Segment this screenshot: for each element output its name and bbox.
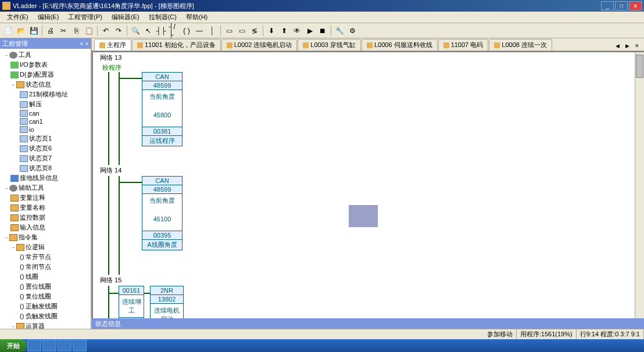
tree-item[interactable]: 解压 bbox=[1, 99, 90, 109]
tab-2[interactable]: L0002 连续电机启动 bbox=[221, 39, 298, 51]
tree-item[interactable]: () 常开节点 bbox=[1, 252, 90, 262]
taskbar-item[interactable] bbox=[58, 340, 71, 351]
tree-item[interactable]: () 复位线圈 bbox=[1, 292, 90, 301]
save-icon[interactable]: 💾 bbox=[28, 25, 40, 37]
tree-item[interactable]: 状态页1 bbox=[1, 134, 90, 143]
selection-box[interactable] bbox=[349, 205, 378, 227]
download-icon[interactable]: ⬇ bbox=[266, 25, 277, 37]
taskbar-item[interactable] bbox=[27, 340, 41, 351]
tree-item[interactable]: 变量注释 bbox=[1, 193, 90, 203]
tree-item[interactable]: 变量名称 bbox=[1, 203, 90, 213]
tree-item[interactable]: io bbox=[1, 125, 90, 134]
tree-io-table[interactable]: I/O参数表 bbox=[1, 60, 90, 70]
compare-icon[interactable]: ≶ bbox=[249, 25, 260, 37]
new-icon[interactable]: 📄 bbox=[2, 25, 14, 37]
tree-item[interactable]: 状态页7 bbox=[1, 153, 90, 163]
tab-main[interactable]: 主程序 bbox=[94, 39, 131, 51]
network-14-body[interactable]: CAN 48599 当前角度 45100 00395 A线圈角度 bbox=[93, 176, 644, 275]
start-button[interactable]: 开始 bbox=[0, 339, 27, 352]
tree-item[interactable]: () 常闭节点 bbox=[1, 262, 90, 272]
tree-item[interactable]: () 置位线圈 bbox=[1, 282, 90, 292]
cut-icon[interactable]: ✂ bbox=[58, 25, 69, 37]
ladder-block[interactable]: CAN 48599 当前角度 45100 00395 A线圈角度 bbox=[142, 176, 183, 250]
coil-icon[interactable]: ( ) bbox=[181, 25, 192, 37]
maximize-button[interactable]: □ bbox=[615, 1, 628, 10]
tab-prev-icon[interactable]: ◀ bbox=[613, 41, 622, 51]
contact-no-icon[interactable]: ┤├ bbox=[155, 25, 167, 37]
project-tree[interactable]: −工具 I/O参数表 D(参)配置器 −状态信息 21制模移地址 解压 can … bbox=[0, 49, 91, 329]
tree-item[interactable]: can1 bbox=[1, 117, 90, 125]
tab-icon bbox=[494, 42, 500, 48]
ladder-contact[interactable]: 00161 连续增工 00162 bbox=[119, 286, 144, 318]
menu-project[interactable]: 工程管理(P) bbox=[63, 12, 107, 23]
tree-bitlogic[interactable]: −位逻辑 bbox=[1, 242, 90, 252]
tree-item[interactable]: () 负触发线圈 bbox=[1, 311, 90, 321]
upload-icon[interactable]: ⬆ bbox=[278, 25, 290, 37]
bottom-panel-header[interactable]: 状态信息 bbox=[92, 318, 644, 329]
menu-controller[interactable]: 拉制器(C) bbox=[144, 12, 181, 23]
undo-icon[interactable]: ↶ bbox=[100, 25, 112, 37]
vline-icon[interactable]: │ bbox=[206, 25, 218, 37]
block-icon[interactable]: ▭ bbox=[223, 25, 235, 37]
tab-6[interactable]: L0008 连续一次 bbox=[489, 39, 552, 51]
taskbar-item[interactable] bbox=[42, 340, 56, 351]
toolbar-sep bbox=[220, 26, 221, 36]
tab-icon bbox=[443, 42, 449, 48]
status-bar: 参加移动 用程序:1561(19%) 行9:14 程度:0 3:7 9:1 bbox=[0, 329, 644, 339]
tab-close-icon[interactable]: ✕ bbox=[632, 41, 642, 51]
tree-item[interactable]: 状态页8 bbox=[1, 163, 90, 173]
paste-icon[interactable]: 📋 bbox=[83, 25, 95, 37]
network-comment: 校程序 bbox=[93, 63, 644, 72]
close-button[interactable]: ✕ bbox=[629, 1, 642, 10]
network-13-body[interactable]: CAN 48599 当前角度 45800 00381 运线程序 bbox=[93, 72, 644, 165]
scroll-thumb[interactable] bbox=[636, 55, 643, 78]
tree-ground[interactable]: 接地线异信息 bbox=[1, 173, 90, 183]
panel-close-icon[interactable]: × × bbox=[80, 41, 88, 47]
ladder-block[interactable]: CAN 48599 当前角度 45800 00381 运线程序 bbox=[142, 72, 183, 146]
tool-icon[interactable]: 🔧 bbox=[334, 25, 345, 37]
tree-item[interactable]: () 线圈 bbox=[1, 272, 90, 282]
tab-1[interactable]: 11001 初始化，产品设备 bbox=[132, 39, 221, 51]
tree-item[interactable]: 输入信息 bbox=[1, 222, 90, 232]
network-15-body[interactable]: 00161 连续增工 00162 2NR 13802 连续电机启动 bbox=[93, 286, 644, 318]
tab-4[interactable]: L0006 伺服送料收线 bbox=[362, 39, 438, 51]
run-icon[interactable]: ▶ bbox=[304, 25, 316, 37]
tree-config[interactable]: D(参)配置器 bbox=[1, 70, 90, 80]
panel-header: 工程管理 × × bbox=[0, 38, 91, 49]
tree-instr[interactable]: −指令集 bbox=[1, 232, 90, 242]
tab-next-icon[interactable]: ▶ bbox=[622, 41, 632, 51]
tree-item[interactable]: 监控数据 bbox=[1, 213, 90, 222]
ladder-block[interactable]: 2NR 13802 连续电机启动 bbox=[150, 286, 184, 318]
contact-nc-icon[interactable]: ┤/├ bbox=[168, 25, 180, 37]
tree-item[interactable]: 状态页6 bbox=[1, 143, 90, 153]
menu-editor[interactable]: 编辑器(E) bbox=[107, 12, 144, 23]
find-icon[interactable]: 🔍 bbox=[130, 25, 141, 37]
tool2-icon[interactable]: ⚙ bbox=[346, 25, 358, 37]
tree-item[interactable]: 21制模移地址 bbox=[1, 89, 90, 99]
window-title: VLadder - [E:\程序\东莞商盛通\1614角度浮华.fpp] - [… bbox=[13, 2, 601, 10]
redo-icon[interactable]: ↷ bbox=[113, 25, 124, 37]
menu-edit[interactable]: 编辑(E) bbox=[33, 12, 64, 23]
vertical-scrollbar[interactable] bbox=[635, 52, 644, 318]
tab-5[interactable]: 11007 电码 bbox=[438, 39, 489, 51]
tree-calc[interactable]: −运算器 bbox=[1, 321, 90, 329]
taskbar-item[interactable] bbox=[73, 340, 87, 351]
tree-status[interactable]: −状态信息 bbox=[1, 80, 90, 89]
tree-aux[interactable]: −辅助工具 bbox=[1, 183, 90, 193]
minimize-button[interactable]: _ bbox=[601, 1, 614, 10]
tree-item[interactable]: () 正触发线圈 bbox=[1, 301, 90, 311]
hline-icon[interactable]: — bbox=[194, 25, 205, 37]
menu-file[interactable]: 文件(E) bbox=[2, 12, 33, 23]
ladder-canvas[interactable]: 网络 13 校程序 CAN 48599 当前角度 45800 00381 运线程… bbox=[92, 51, 644, 318]
tree-tools[interactable]: −工具 bbox=[1, 50, 90, 60]
open-icon[interactable]: 📂 bbox=[15, 25, 27, 37]
copy-icon[interactable]: ⎘ bbox=[70, 25, 82, 37]
block2-icon[interactable]: ▭ bbox=[236, 25, 248, 37]
tab-3[interactable]: L0003 穿线气缸 bbox=[298, 39, 361, 51]
cursor-icon[interactable]: ↖ bbox=[142, 25, 154, 37]
monitor-icon[interactable]: 👁 bbox=[291, 25, 303, 37]
tree-item[interactable]: can bbox=[1, 109, 90, 117]
stop-icon[interactable]: ⏹ bbox=[317, 25, 328, 37]
menu-help[interactable]: 帮助(H) bbox=[181, 12, 212, 23]
print-icon[interactable]: 🖨 bbox=[45, 25, 56, 37]
